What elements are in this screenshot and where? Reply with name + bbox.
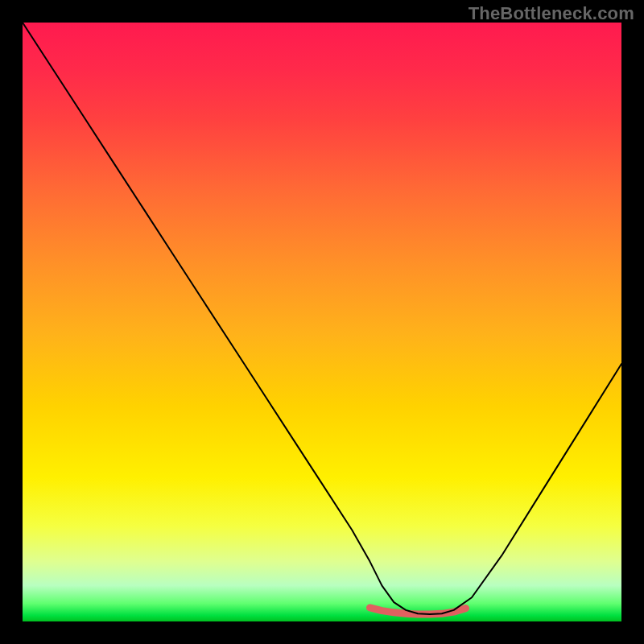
curve-layer bbox=[23, 23, 621, 621]
plot-area bbox=[23, 23, 621, 621]
main-curve bbox=[23, 23, 621, 614]
watermark-text: TheBottleneck.com bbox=[469, 3, 634, 24]
chart-container: TheBottleneck.com bbox=[0, 0, 644, 644]
